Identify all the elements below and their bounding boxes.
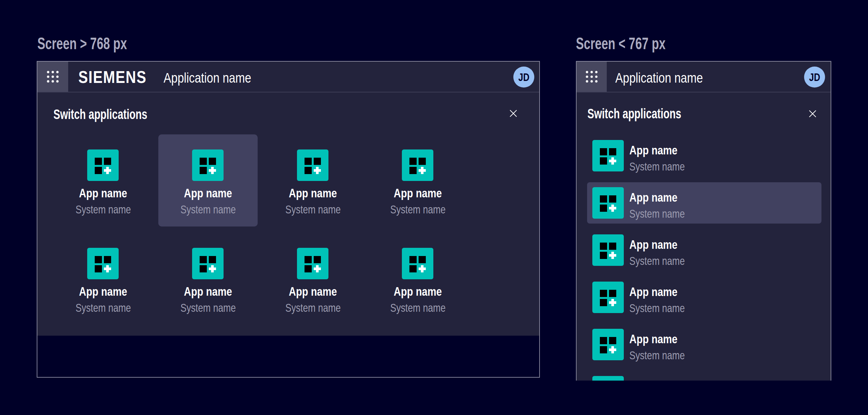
tile-system-name-text: System name [390, 302, 445, 313]
app-list-item[interactable]: App nameSystem name [587, 371, 822, 381]
overlay-title-text: Switch applications [54, 107, 147, 121]
app-list-item[interactable]: App nameSystem name [587, 229, 822, 271]
list-app-name-text: App name [629, 333, 678, 345]
tile-system-name: System name [263, 302, 363, 313]
app-tile[interactable]: App nameSystem name [368, 233, 467, 325]
list-system-name: System name [629, 161, 700, 172]
tile-app-name: App name [158, 187, 258, 199]
app-list-icon [592, 329, 624, 360]
app-tile-icon [402, 150, 433, 181]
section-label-desktop: Screen > 768 px [37, 35, 162, 52]
list-system-name-text: System name [629, 349, 685, 361]
list-app-name: App name [629, 238, 688, 251]
list-app-name-text: App name [629, 144, 678, 156]
tile-system-name-text: System name [180, 302, 236, 313]
app-switcher-button[interactable] [37, 62, 68, 92]
app-tile-icon [192, 150, 223, 181]
user-avatar-mobile[interactable]: JD [804, 67, 825, 88]
tile-system-name-text: System name [75, 302, 131, 313]
section-label-text: Screen < 767 px [576, 35, 665, 52]
tile-app-name-text: App name [289, 187, 337, 199]
app-list-item[interactable]: App nameSystem name [587, 135, 822, 177]
app-list-icon [592, 187, 624, 219]
tile-system-name: System name [368, 302, 467, 313]
list-app-name: App name [629, 144, 688, 156]
app-tile[interactable]: App nameSystem name [54, 233, 153, 325]
tile-app-name: App name [54, 286, 153, 298]
app-switcher-icon [37, 62, 68, 92]
tile-app-name-text: App name [79, 286, 127, 298]
avatar-initials: JD [809, 72, 820, 83]
tile-app-name: App name [54, 187, 153, 199]
avatar-initials: JD [518, 72, 529, 83]
app-list-icon [592, 140, 624, 171]
app-tile-icon [402, 248, 433, 279]
tile-system-name: System name [263, 203, 363, 215]
list-system-name-text: System name [629, 161, 685, 172]
application-name-text: Application name [163, 71, 251, 85]
tile-system-name-text: System name [180, 203, 236, 215]
list-app-name: App name [629, 286, 688, 298]
tile-system-name: System name [158, 302, 258, 313]
app-tile-icon [87, 150, 119, 181]
list-system-name: System name [629, 208, 700, 219]
list-app-name-text: App name [629, 238, 678, 251]
list-system-name: System name [629, 349, 700, 361]
tile-app-name-text: App name [394, 187, 442, 199]
tile-system-name: System name [54, 203, 153, 215]
user-avatar[interactable]: JD [513, 67, 534, 88]
app-list-icon [592, 234, 624, 266]
app-list-item[interactable]: App nameSystem name [587, 277, 822, 318]
app-tile[interactable]: App nameSystem name [263, 134, 363, 226]
section-label-text: Screen > 768 px [37, 35, 127, 52]
tile-app-name: App name [263, 187, 363, 199]
siemens-logo: SIEMENS [79, 68, 160, 86]
list-app-name: App name [629, 333, 688, 345]
overlay-title-mobile: Switch applications [587, 107, 716, 121]
siemens-logo-text: SIEMENS [79, 68, 147, 86]
tile-system-name: System name [54, 302, 153, 313]
tile-app-name: App name [368, 187, 467, 199]
tile-app-name-text: App name [184, 286, 232, 298]
application-name-mobile: Application name [615, 71, 721, 85]
desktop-app-window: SIEMENS Application name JD Switch appli… [37, 61, 540, 378]
tile-system-name-text: System name [285, 203, 341, 215]
list-system-name: System name [629, 255, 700, 266]
app-list-item[interactable]: App nameSystem name [587, 324, 822, 365]
app-header: SIEMENS Application name JD [37, 62, 539, 92]
app-switcher-icon-mobile [577, 62, 607, 92]
tile-app-name: App name [368, 286, 467, 298]
app-list-icon [592, 282, 624, 313]
tile-app-name-text: App name [289, 286, 337, 298]
tile-app-name: App name [263, 286, 363, 298]
tile-system-name-text: System name [285, 302, 341, 313]
close-button-mobile[interactable] [809, 110, 816, 118]
app-tile[interactable]: App nameSystem name [263, 233, 363, 325]
application-name-text: Application name [615, 71, 703, 85]
tile-system-name-text: System name [75, 203, 131, 215]
close-icon-mobile [809, 110, 816, 118]
app-switcher-button-mobile[interactable] [577, 62, 607, 92]
list-system-name-text: System name [629, 255, 685, 266]
app-tile[interactable]: App nameSystem name [54, 134, 153, 226]
list-system-name-text: System name [629, 208, 685, 219]
app-tile-icon [297, 248, 329, 279]
app-list-item[interactable]: App nameSystem name [587, 182, 822, 224]
app-tile[interactable]: App nameSystem name [368, 134, 467, 226]
app-tile[interactable]: App nameSystem name [158, 233, 258, 325]
list-system-name-text: System name [629, 302, 685, 314]
list-system-name: System name [629, 302, 700, 314]
tile-app-name-text: App name [184, 187, 232, 199]
list-app-name-text: App name [629, 286, 678, 298]
tile-app-name-text: App name [394, 286, 442, 298]
overlay-title: Switch applications [54, 107, 182, 121]
app-tile-icon [87, 248, 119, 279]
tile-app-name: App name [158, 286, 258, 298]
app-tile[interactable]: App nameSystem name [158, 134, 258, 226]
overlay-title-text: Switch applications [587, 107, 681, 121]
close-icon [509, 109, 517, 117]
close-button[interactable] [509, 109, 517, 117]
section-label-mobile: Screen < 767 px [576, 35, 700, 52]
list-app-name: App name [629, 191, 688, 203]
tile-app-name-text: App name [79, 187, 127, 199]
